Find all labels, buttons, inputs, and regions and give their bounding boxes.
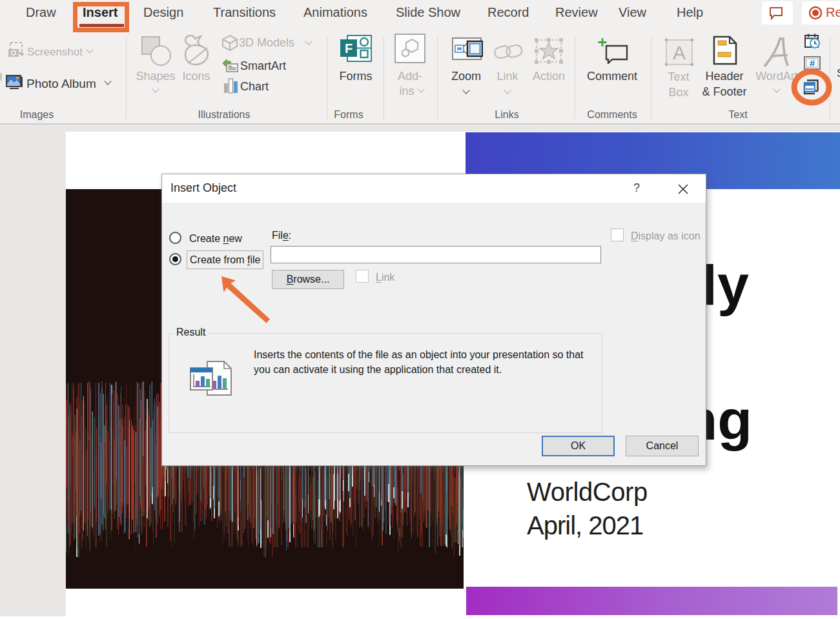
svg-text:F: F bbox=[345, 41, 353, 56]
svg-text:#: # bbox=[810, 57, 815, 68]
svg-text:A: A bbox=[673, 42, 686, 63]
